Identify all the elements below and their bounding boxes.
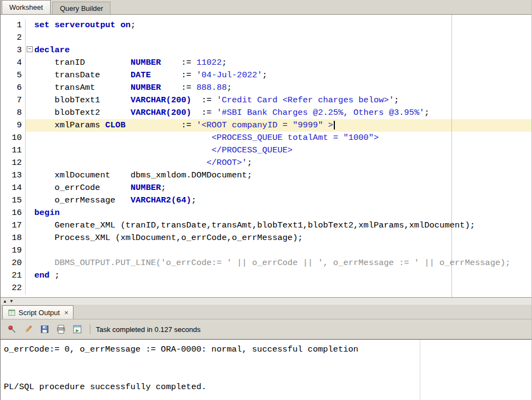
- code-line[interactable]: 3−declare: [1, 44, 531, 57]
- pin-icon: [7, 324, 17, 334]
- code-text: set serveroutput on;: [33, 19, 531, 32]
- code-text: [33, 32, 531, 44]
- eraser-icon: [23, 324, 33, 334]
- code-line[interactable]: 18 Process_XML (xmlDocument,o_errCode,o_…: [1, 232, 531, 244]
- fold-column: [26, 157, 33, 169]
- fold-column: −: [26, 44, 33, 57]
- code-text: [33, 282, 531, 294]
- fold-column: [26, 144, 33, 157]
- code-line[interactable]: 21end ;: [1, 269, 531, 282]
- fold-column: [26, 32, 33, 44]
- printer-icon: [56, 324, 66, 334]
- code-text: declare: [33, 44, 531, 57]
- code-line[interactable]: 2: [1, 32, 531, 44]
- code-line[interactable]: 5 transDate DATE := '04-Jul-2022';: [1, 69, 531, 82]
- line-number: 6: [1, 82, 26, 94]
- text-caret: [334, 121, 335, 130]
- tab-script-output[interactable]: Script Output ×: [2, 305, 74, 319]
- line-number: 11: [1, 144, 26, 157]
- save-button[interactable]: [38, 323, 52, 336]
- code-line[interactable]: 20 DBMS_OUTPUT.PUT_LINE('o_errCode:= ' |…: [1, 257, 531, 269]
- clear-output-button[interactable]: [21, 323, 35, 336]
- line-number: 17: [1, 219, 26, 232]
- code-line[interactable]: 12 </ROOT>';: [1, 157, 531, 169]
- code-text: end ;: [33, 269, 531, 282]
- fold-column: [26, 257, 33, 269]
- script-output-text: o_errCode:= 0, o_errMessage := ORA-0000:…: [4, 343, 531, 393]
- line-number: 15: [1, 194, 26, 207]
- code-text: Generate_XML (tranID,transDate,transAmt,…: [33, 219, 531, 232]
- code-text: xmlDocument dbms_xmldom.DOMDocument;: [33, 169, 531, 182]
- line-number: 19: [1, 244, 26, 257]
- fold-column: [26, 219, 33, 232]
- line-number: 9: [1, 119, 26, 132]
- code-line[interactable]: 8 blobText2 VARCHAR(200) := '#SBI Bank C…: [1, 107, 531, 119]
- code-line[interactable]: 13 xmlDocument dbms_xmldom.DOMDocument;: [1, 169, 531, 182]
- script-grid-icon: [72, 324, 82, 334]
- code-line[interactable]: 10 <PROCESS_QUEUE totalAmt = "1000">: [1, 132, 531, 144]
- code-line[interactable]: 19: [1, 244, 531, 257]
- code-text: [33, 244, 531, 257]
- code-line[interactable]: 17 Generate_XML (tranID,transDate,transA…: [1, 219, 531, 232]
- sql-worksheet-window: Worksheet Query Builder 1set serveroutpu…: [0, 0, 532, 400]
- pane-splitter[interactable]: ▲ ▼: [1, 297, 531, 305]
- fold-column: [26, 119, 33, 132]
- code-line[interactable]: 22: [1, 282, 531, 294]
- fold-column: [26, 194, 33, 207]
- code-text: o_errMessage VARCHAR2(64);: [33, 194, 531, 207]
- close-tab-icon[interactable]: ×: [64, 309, 69, 317]
- code-text: DBMS_OUTPUT.PUT_LINE('o_errCode:= ' || o…: [33, 257, 531, 269]
- toolbar-separator: [90, 324, 90, 334]
- line-number: 8: [1, 107, 26, 119]
- code-text: Process_XML (xmlDocument,o_errCode,o_err…: [33, 232, 531, 244]
- print-button[interactable]: [54, 323, 68, 336]
- code-text: o_errCode NUMBER;: [33, 182, 531, 194]
- line-number: 22: [1, 282, 26, 294]
- worksheet-tabbar: Worksheet Query Builder: [1, 0, 531, 15]
- code-text: <PROCESS_QUEUE totalAmt = "1000">: [33, 132, 531, 144]
- fold-column: [26, 19, 33, 32]
- code-editor[interactable]: 1set serveroutput on;23−declare4 tranID …: [1, 15, 531, 297]
- splitter-collapse-up-icon[interactable]: ▲: [3, 299, 7, 304]
- collapse-block-icon[interactable]: −: [27, 46, 33, 52]
- tab-query-builder[interactable]: Query Builder: [52, 2, 111, 14]
- tab-worksheet-label: Worksheet: [9, 3, 43, 11]
- code-text: </ROOT>';: [33, 157, 531, 169]
- status-text: Task completed in 0.127 seconds: [96, 325, 200, 334]
- code-line[interactable]: 7 blobText1 VARCHAR(200) := 'Credit Card…: [1, 94, 531, 107]
- code-text: transDate DATE := '04-Jul-2022';: [33, 69, 531, 82]
- fold-column: [26, 244, 33, 257]
- code-line[interactable]: 16begin: [1, 207, 531, 219]
- code-line[interactable]: 4 tranID NUMBER := 11022;: [1, 57, 531, 69]
- pin-button[interactable]: [5, 323, 19, 336]
- fold-column: [26, 82, 33, 94]
- code-line[interactable]: 1set serveroutput on;: [1, 19, 531, 32]
- code-text: blobText2 VARCHAR(200) := '#SBI Bank Cha…: [33, 107, 531, 119]
- line-number: 10: [1, 132, 26, 144]
- line-number: 1: [1, 19, 26, 32]
- line-number: 3: [1, 44, 26, 57]
- fold-column: [26, 282, 33, 294]
- tab-worksheet[interactable]: Worksheet: [2, 0, 51, 14]
- line-number: 4: [1, 57, 26, 69]
- output-toolbar: Task completed in 0.127 seconds: [1, 319, 531, 339]
- splitter-collapse-down-icon[interactable]: ▼: [9, 299, 14, 304]
- fold-column: [26, 169, 33, 182]
- code-line[interactable]: 9 xmlParams CLOB := '<ROOT companyID = "…: [1, 119, 531, 132]
- script-output-area[interactable]: o_errCode:= 0, o_errMessage := ORA-0000:…: [1, 339, 531, 400]
- code-line[interactable]: 14 o_errCode NUMBER;: [1, 182, 531, 194]
- code-line[interactable]: 15 o_errMessage VARCHAR2(64);: [1, 194, 531, 207]
- script-output-tab-label: Script Output: [19, 309, 60, 317]
- code-text: xmlParams CLOB := '<ROOT companyID = "99…: [33, 119, 531, 132]
- code-line[interactable]: 11 </PROCESS_QUEUE>: [1, 144, 531, 157]
- line-number: 2: [1, 32, 26, 44]
- line-number: 12: [1, 157, 26, 169]
- line-number: 16: [1, 207, 26, 219]
- code-text: blobText1 VARCHAR(200) := 'Credit Card <…: [33, 94, 531, 107]
- fold-column: [26, 132, 33, 144]
- code-text: tranID NUMBER := 11022;: [33, 57, 531, 69]
- tab-query-builder-label: Query Builder: [60, 4, 103, 13]
- output-tabbar: Script Output ×: [1, 305, 531, 319]
- code-line[interactable]: 6 transAmt NUMBER := 888.88;: [1, 82, 531, 94]
- run-script-button[interactable]: [70, 323, 84, 336]
